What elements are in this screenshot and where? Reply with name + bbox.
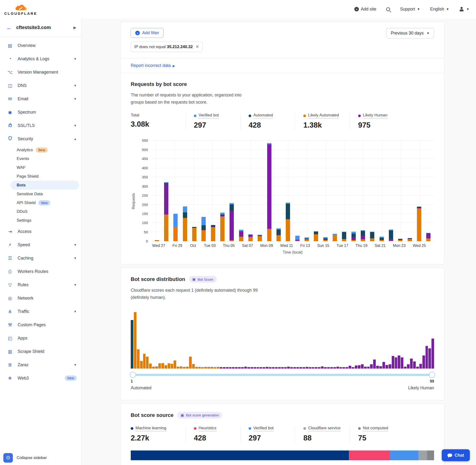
histogram-bar-score-15 bbox=[174, 360, 176, 369]
x-tick-label bbox=[310, 243, 317, 248]
sidebar-item-ddos[interactable]: DDoS bbox=[0, 207, 81, 216]
sidebar-item-analytics-logs[interactable]: ◔Analytics & Logs▼ bbox=[0, 52, 81, 65]
histogram-bar-score-66 bbox=[330, 367, 333, 369]
likely_automated-segment bbox=[286, 219, 290, 241]
chevron-down-icon: ▼ bbox=[74, 310, 77, 313]
sidebar-item-web3[interactable]: ❄Web3New bbox=[0, 371, 81, 385]
histogram-bar-score-25 bbox=[204, 367, 207, 369]
sidebar-item-custom-pages[interactable]: ⚒Custom Pages bbox=[0, 318, 81, 331]
cloudflare-logo[interactable]: CLOUDFLARE bbox=[4, 3, 37, 15]
sidebar-item-waf[interactable]: WAF bbox=[0, 163, 81, 172]
sidebar-item-analytics[interactable]: AnalyticsBeta bbox=[0, 146, 81, 154]
stacked-bar-1 bbox=[155, 240, 159, 241]
likely_automated-segment bbox=[323, 240, 328, 241]
remove-filter-icon[interactable]: ✕ bbox=[196, 44, 199, 49]
stacked-bar-25 bbox=[380, 237, 384, 241]
histogram-bar-score-40 bbox=[251, 367, 253, 369]
shield-icon bbox=[7, 136, 13, 141]
x-tick-label: Wed 25 bbox=[413, 243, 426, 248]
requests-stats-row: Total3.08kVerified bot297Automated428Lik… bbox=[131, 113, 434, 129]
likely_human-segment bbox=[351, 237, 356, 240]
histogram-bar-score-22 bbox=[195, 367, 198, 369]
filter-chip[interactable]: IP does not equal 35.212.240.32 ✕ bbox=[131, 42, 203, 52]
site-name[interactable]: cftestsite3.com bbox=[16, 25, 69, 30]
histogram-bar-score-93 bbox=[413, 361, 416, 369]
slider-handle-max[interactable] bbox=[429, 372, 435, 378]
sidebar-item-version-management[interactable]: ⌥Version Management bbox=[0, 65, 81, 79]
stacked-bar-22 bbox=[351, 232, 356, 241]
site-switcher-caret-icon[interactable]: ▶ bbox=[73, 25, 76, 30]
access-icon: ⇥ bbox=[7, 229, 13, 234]
sidebar-item-scrape-shield[interactable]: ▥Scrape Shield bbox=[0, 345, 81, 358]
chevron-down-icon: ▼ bbox=[74, 57, 77, 61]
sidebar-item-api-shield[interactable]: API ShieldNew bbox=[0, 198, 81, 207]
search-button[interactable] bbox=[386, 7, 390, 11]
stacked-bar-3 bbox=[173, 214, 178, 241]
sidebar-item-email[interactable]: ✉Email▼ bbox=[0, 92, 81, 106]
sidebar-item-label: SSL/TLS bbox=[18, 123, 69, 128]
bot-score-generation-badge[interactable]: ▣ Bot score generation bbox=[177, 412, 222, 419]
sidebar-item-caching[interactable]: ☰Caching▼ bbox=[0, 252, 81, 265]
sidebar-item-sensitive-data[interactable]: Sensitive Data bbox=[0, 190, 81, 198]
verified_bot-segment bbox=[201, 217, 206, 225]
plus-icon: + bbox=[354, 7, 359, 11]
document-icon: ▣ bbox=[192, 277, 196, 281]
language-label: English bbox=[430, 7, 444, 12]
sidebar-item-access[interactable]: ⇥Access bbox=[0, 225, 81, 238]
date-range-select[interactable]: Previous 30 days ▼ bbox=[386, 28, 434, 38]
sidebar-item-workers-routes[interactable]: ⟨⟩Workers Routes bbox=[0, 265, 81, 278]
sidebar-item-zaraz[interactable]: ≣Zaraz▼ bbox=[0, 358, 81, 371]
document-icon: ▣ bbox=[181, 413, 184, 417]
stacked-bar-27 bbox=[398, 239, 402, 241]
histogram-bar-score-1 bbox=[131, 320, 133, 369]
histogram-bar-score-76 bbox=[361, 364, 364, 369]
sidebar-item-page-shield[interactable]: Page Shield bbox=[0, 172, 81, 181]
histogram-bar-score-20 bbox=[189, 357, 192, 369]
histogram-bar-score-79 bbox=[370, 364, 373, 369]
x-tick-label bbox=[165, 243, 172, 248]
sidebar-item-settings[interactable]: Settings bbox=[0, 216, 81, 225]
chat-button[interactable]: Chat bbox=[442, 449, 470, 461]
sidebar-item-rules[interactable]: ▽Rules▼ bbox=[0, 278, 81, 291]
x-tick-label: Tue 17 bbox=[337, 243, 348, 248]
back-arrow-icon[interactable]: ← bbox=[6, 24, 12, 31]
sidebar-item-label: Zaraz bbox=[18, 362, 69, 367]
sidebar-item-network[interactable]: ◎Network bbox=[0, 291, 81, 305]
sidebar-item-label: Overview bbox=[18, 43, 77, 48]
sidebar-item-dns[interactable]: ◫DNS▼ bbox=[0, 79, 81, 92]
gear-icon[interactable]: ⚙ bbox=[3, 453, 13, 463]
sidebar-item-spectrum[interactable]: ◉Spectrum bbox=[0, 106, 81, 119]
stat-value: 88 bbox=[303, 434, 342, 442]
sidebar-item-security[interactable]: Security▲ bbox=[0, 132, 81, 146]
likely_human-segment bbox=[239, 231, 243, 237]
add-filter-button[interactable]: + Add filter bbox=[131, 28, 164, 38]
legend-dot bbox=[249, 427, 251, 430]
support-menu[interactable]: Support ▼ bbox=[400, 7, 420, 12]
slider-min-value: 1 bbox=[131, 379, 133, 384]
account-menu[interactable]: ▼ bbox=[459, 7, 469, 12]
score-range-slider[interactable] bbox=[131, 374, 434, 376]
stacked-bar-4 bbox=[183, 206, 187, 241]
sidebar-item-traffic[interactable]: ⋔Traffic▼ bbox=[0, 305, 81, 318]
bot-score-badge[interactable]: ▣ Bot Score bbox=[189, 276, 217, 283]
automated-segment bbox=[370, 232, 374, 238]
language-menu[interactable]: English ▼ bbox=[430, 7, 449, 12]
add-site-button[interactable]: + Add site bbox=[354, 7, 376, 12]
sidebar-item-events[interactable]: Events bbox=[0, 154, 81, 163]
sidebar-item-bots[interactable]: Bots bbox=[11, 181, 79, 190]
slider-handle-min[interactable] bbox=[130, 372, 136, 378]
scrape-shield-icon: ▥ bbox=[7, 349, 13, 354]
stat-label: Likely Automated bbox=[303, 113, 342, 119]
histogram-bar-score-26 bbox=[207, 367, 210, 369]
sidebar-item-apps[interactable]: ◰Apps bbox=[0, 331, 81, 345]
collapse-sidebar[interactable]: ⚙ Collapse sidebar bbox=[3, 453, 47, 463]
sidebar-item-label: Caching bbox=[18, 256, 69, 261]
histogram-bar-score-8 bbox=[152, 367, 155, 369]
sidebar-item-speed[interactable]: ⚡Speed▼ bbox=[0, 238, 81, 252]
report-incorrect-data-link[interactable]: Report incorrect data▶ bbox=[131, 63, 175, 68]
spectrum-icon: ◉ bbox=[7, 109, 13, 115]
source-segment-cloudflare-service bbox=[418, 451, 427, 460]
histogram-bar-score-80 bbox=[373, 359, 376, 369]
sidebar-item-ssl-tls[interactable]: SSL/TLS▼ bbox=[0, 119, 81, 132]
sidebar-item-overview[interactable]: ▤Overview bbox=[0, 39, 81, 52]
